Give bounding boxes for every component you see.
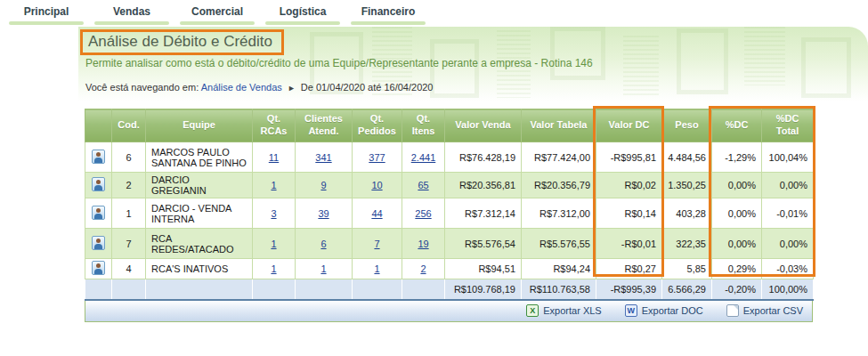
excel-icon: X [526,304,539,317]
nav-tab-comercial[interactable]: Comercial [180,5,255,25]
export-csv-label: Exportar CSV [743,305,803,316]
link-qt-pedidos[interactable]: 377 [369,152,385,163]
cell-pdc: -1,29% [712,142,762,173]
col-header-clientes-atend: Clientes Atend. [296,109,353,142]
link-qt-rcas[interactable]: 11 [269,152,279,163]
person-icon[interactable] [92,150,105,164]
cell-valor-dc: -R$0,01 [596,229,662,259]
cell-valor-tabela: R$5.576,55 [522,229,596,259]
person-icon[interactable] [92,261,105,275]
background-pattern [677,28,728,94]
cell-pdc-total: 100,04% [762,142,814,173]
link-qt-itens[interactable]: 2.441 [411,152,436,163]
person-icon[interactable] [92,177,105,191]
cell-valor-venda: R$7.312,14 [445,198,522,229]
cell-pdc-total: -0,03% [762,259,814,279]
breadcrumb-date-range: De 01/04/2020 até 16/04/2020 [301,82,434,93]
cell-cod: 6 [112,142,146,173]
nav-tab-principal[interactable]: Principal [9,5,84,25]
top-nav: Principal Vendas Comercial Logística Fin… [9,5,426,25]
cell-valor-tabela: R$20.356,79 [522,173,596,198]
col-header-valor-dc: Valor DC [596,109,662,142]
cell-peso: 403,28 [662,198,712,229]
col-header-equipe: Equipe [146,109,253,142]
page-title: Análise de Débito e Crédito [80,29,284,55]
cell-peso: 1.350,25 [662,173,712,198]
link-clientes-atend[interactable]: 1 [320,263,326,274]
background-pattern [623,36,659,98]
nav-tab-underline [94,21,169,25]
nav-tab-label: Vendas [94,5,169,18]
col-header-valor-venda: Valor Venda [445,109,522,142]
col-header-qt-itens: Qt. Itens [402,109,445,142]
link-qt-itens[interactable]: 2 [420,263,426,274]
cell-peso: 322,35 [662,229,712,259]
table-row: 7 RCA REDES/ATACADO 1 6 7 19 R$5.576,54 … [85,229,814,259]
background-pattern [801,37,851,98]
link-qt-pedidos[interactable]: 44 [371,208,382,219]
col-header-valor-tabela: Valor Tabela [522,109,596,142]
cell-peso: 4.484,56 [662,142,712,173]
cell-cod: 1 [112,198,146,229]
breadcrumb-link-analise-vendas[interactable]: Análise de Vendas [201,82,282,93]
export-doc-button[interactable]: W Exportar DOC [625,304,703,317]
nav-tab-label: Financeiro [351,5,426,18]
link-clientes-atend[interactable]: 341 [315,152,331,163]
cell-valor-tabela: R$77.424,00 [522,142,596,173]
cell-equipe: RCA'S INATIVOS [146,259,253,279]
total-pdc-total: 100,00% [762,279,814,300]
results-table: Cod. Equipe Qt. RCAs Clientes Atend. Qt.… [85,109,814,301]
person-icon[interactable] [92,206,105,220]
cell-pdc: 0,00% [712,173,762,198]
export-csv-button[interactable]: Exportar CSV [726,304,803,317]
cell-valor-venda: R$94,51 [445,259,522,279]
breadcrumb-arrow-icon: ► [288,84,296,93]
cell-cod: 4 [112,259,146,279]
nav-tab-label: Logística [265,5,340,18]
cell-valor-dc: R$0,14 [596,198,662,229]
nav-tab-financeiro[interactable]: Financeiro [351,5,426,25]
results-table-wrap: Cod. Equipe Qt. RCAs Clientes Atend. Qt.… [85,109,813,322]
cell-peso: 5,85 [662,259,712,279]
cell-pdc: 0,00% [712,198,762,229]
page-subtitle: Permite analisar como está o débito/créd… [85,57,593,69]
link-qt-pedidos[interactable]: 10 [371,180,382,190]
cell-pdc-total: -0,01% [762,198,814,229]
nav-tab-logistica[interactable]: Logística [265,5,340,25]
cell-valor-dc: -R$995,81 [596,142,662,173]
cell-pdc: 0,29% [712,259,762,279]
col-header-peso: Peso [662,109,712,142]
link-qt-itens[interactable]: 256 [415,208,431,219]
link-clientes-atend[interactable]: 39 [318,208,329,219]
person-icon[interactable] [92,236,105,250]
link-qt-rcas[interactable]: 1 [271,263,276,274]
total-peso: 6.566,29 [662,279,712,300]
cell-valor-dc: R$0,27 [596,259,662,279]
link-qt-pedidos[interactable]: 1 [374,263,379,274]
link-qt-rcas[interactable]: 3 [271,208,276,219]
page: Principal Vendas Comercial Logística Fin… [0,0,868,356]
link-clientes-atend[interactable]: 6 [320,239,326,249]
cell-pdc-total: 0,00% [762,173,814,198]
export-xls-button[interactable]: X Exportar XLS [526,304,601,317]
cell-valor-venda: R$20.356,81 [445,173,522,198]
link-qt-itens[interactable]: 65 [418,180,428,190]
cell-equipe: DARCIO GREGIANIN [146,173,253,198]
col-header-cod: Cod. [112,109,146,142]
cell-pdc: 0,00% [712,229,762,259]
nav-tab-vendas[interactable]: Vendas [94,5,169,25]
table-footer: X Exportar XLS W Exportar DOC Exportar C… [85,301,813,322]
breadcrumb: Você está navegando em: Análise de Venda… [85,82,434,93]
breadcrumb-prefix: Você está navegando em: [85,82,199,93]
link-qt-itens[interactable]: 19 [418,239,428,249]
link-clientes-atend[interactable]: 9 [320,180,326,190]
link-qt-rcas[interactable]: 1 [271,239,276,249]
csv-file-icon [726,304,739,317]
link-qt-rcas[interactable]: 1 [271,180,276,190]
cell-valor-tabela: R$94,24 [522,259,596,279]
export-xls-label: Exportar XLS [543,305,601,316]
totals-row: R$109.768,19 R$110.763,58 -R$995,39 6.56… [85,279,814,300]
cell-valor-venda: R$76.428,19 [445,142,522,173]
table-row: 1 DARCIO - VENDA INTERNA 3 39 44 256 R$7… [85,198,814,229]
link-qt-pedidos[interactable]: 7 [374,239,379,249]
